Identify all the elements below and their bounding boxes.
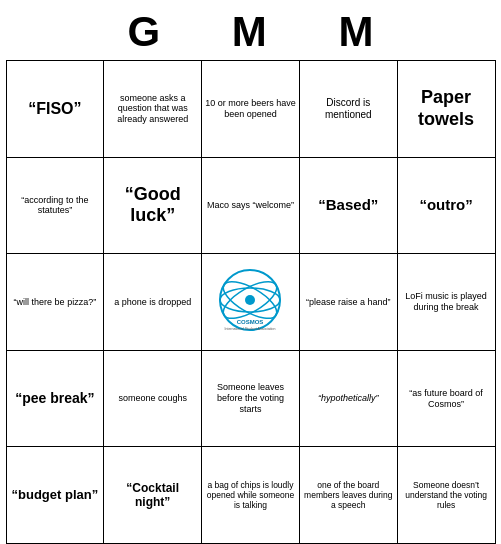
cell-0-3: Discord is mentioned xyxy=(299,61,397,158)
cell-2-2: COSMOS International Student Association xyxy=(202,254,300,351)
cosmos-logo: COSMOS International Student Association xyxy=(218,268,283,333)
cell-0-4: Paper towels xyxy=(397,61,495,158)
cell-4-4: Someone doesn’t understand the voting ru… xyxy=(397,447,495,544)
cell-1-4: “outro” xyxy=(397,157,495,254)
cell-2-3: “please raise a hand” xyxy=(299,254,397,351)
cell-3-2: Someone leaves before the voting starts xyxy=(202,350,300,447)
cell-0-2: 10 or more beers have been opened xyxy=(202,61,300,158)
cell-4-1: “Cocktail night” xyxy=(104,447,202,544)
table-row: “budget plan” “Cocktail night” a bag of … xyxy=(6,447,495,544)
cell-1-3: “Based” xyxy=(299,157,397,254)
cell-2-4: LoFi music is played during the break xyxy=(397,254,495,351)
table-row: “will there be pizza?” a phone is droppe… xyxy=(6,254,495,351)
cell-2-0: “will there be pizza?” xyxy=(6,254,104,351)
cell-0-1: someone asks a question that was already… xyxy=(104,61,202,158)
cell-4-0: “budget plan” xyxy=(6,447,104,544)
cell-3-1: someone coughs xyxy=(104,350,202,447)
cell-1-2: Maco says “welcome” xyxy=(202,157,300,254)
bingo-title: G M M xyxy=(98,0,404,60)
svg-text:COSMOS: COSMOS xyxy=(237,319,264,325)
cell-4-2: a bag of chips is loudly opened while so… xyxy=(202,447,300,544)
cell-1-0: “according to the statutes” xyxy=(6,157,104,254)
cell-1-1: “Good luck” xyxy=(104,157,202,254)
cell-3-3: “hypothetically” xyxy=(299,350,397,447)
table-row: “pee break” someone coughs Someone leave… xyxy=(6,350,495,447)
svg-text:International Student Associat: International Student Association xyxy=(224,327,275,331)
cell-2-1: a phone is dropped xyxy=(104,254,202,351)
cell-3-0: “pee break” xyxy=(6,350,104,447)
table-row: “FISO” someone asks a question that was … xyxy=(6,61,495,158)
bingo-grid: “FISO” someone asks a question that was … xyxy=(6,60,496,544)
cell-3-4: “as future board of Cosmos” xyxy=(397,350,495,447)
table-row: “according to the statutes” “Good luck” … xyxy=(6,157,495,254)
cell-0-0: “FISO” xyxy=(6,61,104,158)
cell-4-3: one of the board members leaves during a… xyxy=(299,447,397,544)
svg-point-4 xyxy=(245,295,255,305)
